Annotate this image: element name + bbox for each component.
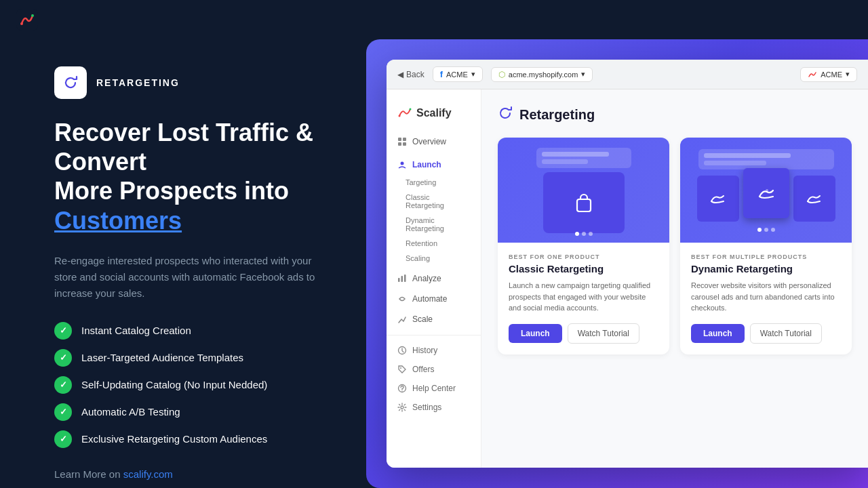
settings-icon (397, 403, 407, 412)
hero-title: Recover Lost Traffic & Convert More Pros… (54, 118, 329, 239)
sidebar-item-overview-label: Overview (412, 137, 446, 146)
card-dynamic-body: BEST FOR MULTIPLE PRODUCTS Dynamic Retar… (680, 243, 852, 354)
product-card-1 (697, 176, 739, 222)
svg-rect-11 (401, 276, 403, 282)
dot-2 (582, 232, 586, 236)
left-panel: RETARGETING Recover Lost Traffic & Conve… (0, 39, 370, 488)
sidebar-item-help[interactable]: Help Center (387, 379, 481, 398)
classic-launch-button[interactable]: Launch (509, 324, 562, 343)
dot-3 (589, 232, 593, 236)
main-content: Retargeting (481, 89, 868, 468)
sidebar-item-analyze[interactable]: Analyze (387, 268, 481, 289)
nav-divider (387, 335, 481, 336)
sidebar-item-scale[interactable]: Scale (387, 309, 481, 329)
product-card-3 (793, 176, 835, 222)
launch-icon (397, 160, 407, 169)
dot-d1 (757, 228, 762, 232)
svg-point-16 (401, 390, 402, 391)
sidebar-item-settings[interactable]: Settings (387, 398, 481, 417)
acme-label: ACME (821, 70, 842, 79)
facebook-pill[interactable]: f ACME ▾ (433, 66, 483, 82)
learn-more: Learn More on scalify.com (54, 468, 329, 480)
card-dynamic-actions: Launch Watch Tutorial (691, 323, 841, 344)
sidebar-subitem-retention[interactable]: Retention (387, 236, 481, 251)
card-dynamic-tag: BEST FOR MULTIPLE PRODUCTS (691, 253, 841, 260)
sidebar-logo: Scalify (387, 100, 481, 131)
sidebar-item-automate-label: Automate (412, 294, 447, 304)
browser-bar: ◀ Back f ACME ▾ ⬡ acme.myshopify.com ▾ A… (387, 60, 868, 89)
help-icon (397, 384, 407, 393)
learn-more-text: Learn More on (54, 468, 123, 480)
cards-grid: BEST FOR ONE PRODUCT Classic Retargeting… (498, 138, 852, 354)
scalify-link[interactable]: scalify.com (123, 468, 173, 480)
chevron-down-icon: ▾ (471, 70, 475, 79)
sidebar-subitem-classic[interactable]: Classic Retargeting (387, 190, 481, 213)
history-icon (397, 346, 407, 355)
svg-point-3 (399, 115, 401, 117)
feature-item-3: ✓ Self-Updating Catalog (No Input Nedded… (54, 376, 329, 394)
shopping-bag-icon (572, 190, 596, 215)
card-classic-desc: Launch a new campaign targeting qualifie… (509, 280, 658, 314)
product-cards-row (697, 174, 835, 224)
dot-d2 (764, 228, 768, 232)
hero-title-line1: Recover Lost Traffic & Convert (54, 119, 313, 176)
back-button[interactable]: ◀ Back (397, 70, 425, 79)
card-classic-actions: Launch Watch Tutorial (509, 323, 658, 344)
check-icon-1: ✓ (54, 322, 72, 340)
page-title: Retargeting (519, 107, 595, 123)
feature-text-3: Self-Updating Catalog (No Input Nedded) (81, 379, 267, 390)
sidebar-subitem-targeting[interactable]: Targeting (387, 175, 481, 190)
right-panel: ◀ Back f ACME ▾ ⬡ acme.myshopify.com ▾ A… (366, 39, 868, 488)
classic-tutorial-button[interactable]: Watch Tutorial (568, 323, 639, 344)
feature-text-4: Automatic A/B Testing (81, 406, 180, 418)
overview-icon (397, 137, 407, 146)
scalify-logo (16, 9, 38, 30)
sidebar-item-automate[interactable]: Automate (387, 289, 481, 309)
svg-point-2 (31, 14, 34, 17)
top-bar (0, 0, 868, 39)
sidebar-item-launch[interactable]: Launch (387, 155, 481, 175)
shoe-icon-1 (709, 189, 728, 208)
card-dynamic-retargeting: BEST FOR MULTIPLE PRODUCTS Dynamic Retar… (680, 138, 852, 354)
sidebar: Scalify Overview Launch Targeting Classi… (387, 89, 481, 468)
card-dynamic-image (680, 138, 852, 243)
hero-highlight: Customers (54, 207, 182, 235)
shopify-pill[interactable]: ⬡ acme.myshopify.com ▾ (491, 67, 593, 82)
nav-bottom-section: History Offers Help Center Settings (387, 341, 481, 417)
scalify-small-icon (808, 70, 817, 79)
dot-1 (575, 232, 579, 236)
sidebar-subitem-dynamic[interactable]: Dynamic Retargeting (387, 213, 481, 236)
refresh-icon (62, 74, 79, 92)
dynamic-launch-button[interactable]: Launch (691, 324, 745, 343)
card-dynamic-title: Dynamic Retargeting (691, 263, 841, 274)
feature-text-1: Instant Catalog Creation (81, 325, 191, 336)
facebook-label: ACME (446, 70, 468, 79)
sidebar-item-scale-label: Scale (412, 314, 433, 324)
nav-overview-section: Overview (387, 131, 481, 152)
page-retargeting-icon (498, 106, 513, 124)
dynamic-tutorial-button[interactable]: Watch Tutorial (750, 323, 822, 344)
offers-icon (397, 365, 407, 374)
sidebar-subitem-scaling[interactable]: Scaling (387, 251, 481, 266)
sidebar-item-offers[interactable]: Offers (387, 360, 481, 379)
sidebar-item-overview[interactable]: Overview (387, 131, 481, 152)
svg-rect-12 (404, 274, 406, 282)
nav-launch-section: Launch Targeting Classic Retargeting Dyn… (387, 155, 481, 266)
sidebar-item-history[interactable]: History (387, 341, 481, 360)
svg-rect-6 (403, 138, 406, 141)
feature-item-5: ✓ Exclusive Retargeting Custom Audiences (54, 430, 329, 448)
nav-analyze-section: Analyze Automate Scale (387, 268, 481, 329)
svg-point-14 (400, 367, 401, 369)
acme-pill[interactable]: ACME ▾ (800, 67, 857, 82)
card-classic-title: Classic Retargeting (509, 263, 658, 274)
feature-text-2: Laser-Targeted Audience Templates (81, 352, 243, 363)
analyze-icon (397, 274, 407, 283)
facebook-icon: f (440, 69, 443, 79)
app-content: Scalify Overview Launch Targeting Classi… (387, 89, 868, 468)
retargeting-icon-box (54, 66, 87, 99)
svg-point-17 (401, 406, 403, 409)
svg-point-19 (766, 189, 768, 192)
check-icon-3: ✓ (54, 376, 72, 394)
svg-rect-7 (398, 142, 401, 146)
svg-point-9 (401, 162, 404, 165)
